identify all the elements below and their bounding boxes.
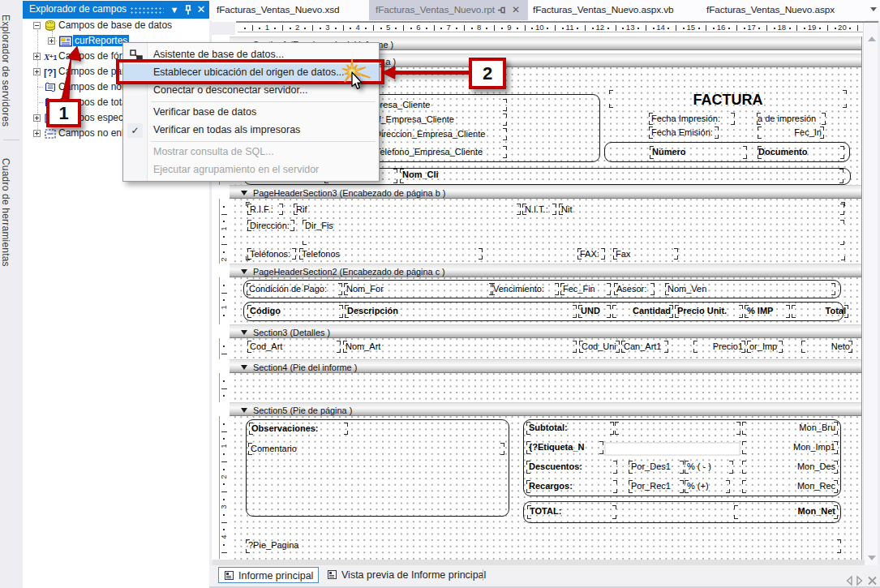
callout-step-1: 1 [46,99,81,127]
callout-step-2: 2 [469,58,506,89]
cursor-overlay [328,49,385,105]
application-window: Explorador de servidores Cuadro de herra… [0,0,880,588]
callout-arrows [0,0,880,588]
callout-arrow-2 [382,67,469,79]
callout-arrow-1 [62,46,81,101]
